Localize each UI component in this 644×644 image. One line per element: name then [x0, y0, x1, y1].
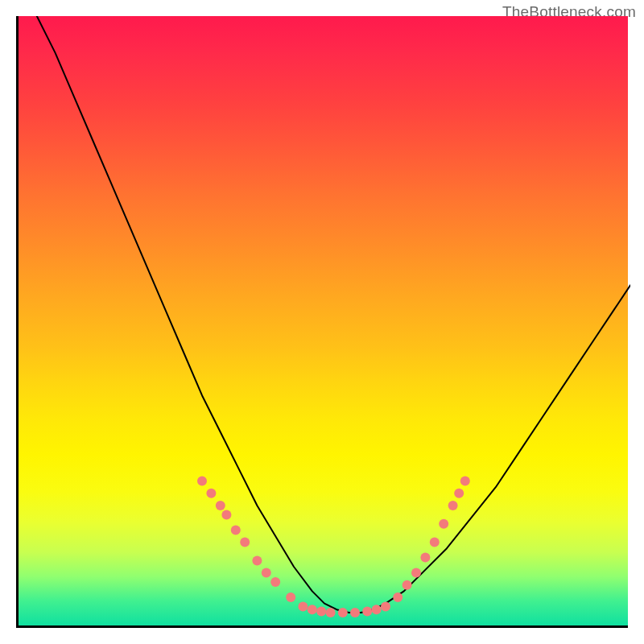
svg-point-24	[439, 519, 448, 529]
svg-point-20	[402, 580, 412, 590]
svg-point-5	[240, 538, 250, 547]
svg-point-3	[221, 510, 231, 519]
svg-point-13	[326, 608, 336, 617]
svg-point-27	[460, 477, 470, 486]
svg-point-26	[454, 489, 464, 498]
svg-point-9	[286, 592, 295, 602]
svg-point-16	[362, 606, 372, 616]
svg-point-2	[216, 501, 225, 510]
svg-point-22	[420, 553, 430, 563]
svg-point-0	[197, 477, 207, 486]
chart-svg	[19, 16, 630, 628]
svg-point-1	[206, 489, 216, 498]
chart-container: TheBottleneck.com	[0, 0, 644, 644]
svg-point-8	[270, 577, 280, 587]
svg-point-21	[411, 568, 421, 578]
svg-point-25	[448, 501, 458, 510]
svg-point-17	[372, 605, 382, 614]
svg-point-4	[231, 525, 241, 535]
svg-point-14	[338, 608, 348, 617]
svg-point-23	[430, 538, 440, 547]
svg-point-19	[393, 592, 402, 602]
svg-point-7	[262, 568, 271, 578]
svg-point-11	[308, 605, 317, 614]
svg-point-12	[316, 606, 326, 616]
svg-point-15	[350, 608, 360, 617]
svg-point-18	[381, 601, 390, 611]
svg-point-6	[252, 555, 262, 565]
plot-area	[16, 16, 628, 628]
curve-line	[37, 16, 630, 613]
data-beads	[197, 477, 470, 617]
svg-point-10	[298, 601, 308, 611]
